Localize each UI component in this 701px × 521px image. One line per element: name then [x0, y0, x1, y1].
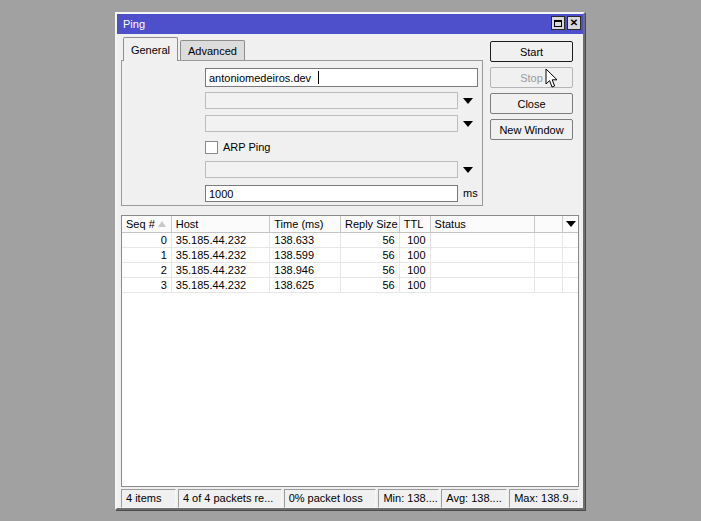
table-cell: 35.185.44.232 [172, 278, 271, 292]
status-packets-received: 4 of 4 packets re... [178, 489, 282, 508]
table-row[interactable]: 035.185.44.232138.63356100 [122, 233, 578, 248]
interface-dropdown-icon[interactable] [463, 121, 473, 127]
ping-to-input[interactable]: antoniomedeiros.dev [205, 68, 478, 87]
close-icon: ✕ [570, 18, 578, 28]
new-window-button[interactable]: New Window [490, 119, 573, 140]
column-header-host[interactable]: Host [172, 216, 271, 232]
table-cell: 100 [400, 263, 431, 277]
sort-ascending-icon [158, 221, 166, 227]
table-cell: 1 [122, 248, 172, 262]
table-row[interactable]: 235.185.44.232138.94656100 [122, 263, 578, 278]
close-window-button-label: Close [517, 98, 545, 110]
vrf-dropdown-icon[interactable] [463, 98, 473, 104]
table-cell: 56 [341, 233, 400, 247]
desktop: { "window": { "title": "Ping" }, "tabs":… [0, 0, 701, 521]
mouse-cursor-icon [545, 68, 559, 89]
ping-results-table: Seq # Host Time (ms) Reply Size TTL Stat… [121, 215, 579, 487]
close-window-button[interactable]: Close [490, 93, 573, 114]
table-cell [535, 263, 563, 277]
status-bar: 4 items 4 of 4 packets re... 0% packet l… [121, 489, 579, 508]
packet-count-input[interactable] [205, 161, 458, 178]
table-cell [535, 233, 563, 247]
window-title: Ping [123, 18, 145, 30]
table-cell [535, 278, 563, 292]
arp-ping-checkbox[interactable] [205, 141, 218, 154]
table-header: Seq # Host Time (ms) Reply Size TTL Stat… [122, 216, 578, 233]
table-cell: 0 [122, 233, 172, 247]
vrf-input[interactable] [205, 92, 458, 109]
column-selector-button[interactable] [563, 216, 578, 232]
table-cell [535, 248, 563, 262]
column-selector-icon [566, 221, 576, 227]
interface-input[interactable] [205, 115, 458, 132]
table-cell: 138.633 [270, 233, 341, 247]
stop-button-label: Stop [520, 72, 543, 84]
column-header-ttl[interactable]: TTL [400, 216, 431, 232]
table-cell [431, 278, 536, 292]
table-cell: 56 [341, 248, 400, 262]
status-items-count: 4 items [121, 489, 176, 508]
table-cell: 138.599 [270, 248, 341, 262]
maximize-button[interactable] [551, 16, 565, 30]
ping-window: Ping ✕ General Advanced Ping To: antonio… [115, 12, 585, 510]
status-max-time: Max: 138.9... [509, 489, 579, 508]
arp-ping-label: ARP Ping [223, 141, 271, 154]
interval-input[interactable]: 1000 [205, 185, 458, 202]
table-cell: 3 [122, 278, 172, 292]
interval-value: 1000 [209, 188, 233, 200]
table-row[interactable]: 335.185.44.232138.62556100 [122, 278, 578, 293]
table-cell: 35.185.44.232 [172, 233, 271, 247]
tab-general[interactable]: General [123, 37, 178, 61]
table-cell [431, 263, 536, 277]
table-cell: 138.625 [270, 278, 341, 292]
table-cell: 100 [400, 233, 431, 247]
tab-general-label: General [131, 44, 170, 56]
table-cell: 100 [400, 278, 431, 292]
ping-results-body: 035.185.44.232138.63356100135.185.44.232… [122, 233, 578, 293]
table-cell [563, 248, 578, 262]
start-button[interactable]: Start [490, 41, 573, 62]
column-header-time[interactable]: Time (ms) [270, 216, 341, 232]
table-cell: 138.946 [270, 263, 341, 277]
tab-advanced[interactable]: Advanced [180, 40, 245, 61]
ping-to-value: antoniomedeiros.dev [209, 72, 311, 84]
table-cell: 35.185.44.232 [172, 263, 271, 277]
column-header-filler [535, 216, 563, 232]
packet-count-dropdown-icon[interactable] [463, 167, 473, 173]
interval-unit-label: ms [463, 185, 478, 202]
stop-button[interactable]: Stop [490, 67, 573, 88]
table-cell: 56 [341, 278, 400, 292]
maximize-icon [554, 20, 562, 27]
table-cell [563, 263, 578, 277]
start-button-label: Start [520, 46, 543, 58]
status-packet-loss: 0% packet loss [284, 489, 377, 508]
table-cell: 100 [400, 248, 431, 262]
column-header-reply-size[interactable]: Reply Size [341, 216, 400, 232]
table-cell [563, 233, 578, 247]
status-avg-time: Avg: 138.... [441, 489, 507, 508]
column-header-status[interactable]: Status [431, 216, 536, 232]
text-caret [318, 71, 319, 84]
table-cell [431, 233, 536, 247]
tab-advanced-label: Advanced [188, 45, 237, 57]
table-cell [563, 278, 578, 292]
new-window-button-label: New Window [499, 124, 563, 136]
table-cell: 56 [341, 263, 400, 277]
table-row[interactable]: 135.185.44.232138.59956100 [122, 248, 578, 263]
close-button[interactable]: ✕ [567, 16, 581, 30]
status-min-time: Min: 138.... [378, 489, 439, 508]
column-header-seq[interactable]: Seq # [122, 216, 172, 232]
table-cell [431, 248, 536, 262]
titlebar[interactable]: Ping ✕ [117, 14, 583, 34]
table-cell: 35.185.44.232 [172, 248, 271, 262]
table-cell: 2 [122, 263, 172, 277]
